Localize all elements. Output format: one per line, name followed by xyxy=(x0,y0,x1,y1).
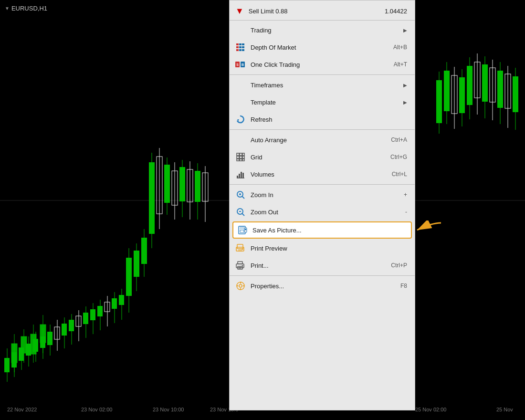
svg-text:23 Nov 02:00: 23 Nov 02:00 xyxy=(81,407,112,412)
svg-rect-33 xyxy=(83,313,88,324)
grid-icon xyxy=(235,152,246,162)
chart-title: ▼ EURUSD,H1 xyxy=(5,5,47,12)
svg-rect-29 xyxy=(69,320,74,331)
menu-item-print[interactable]: Print... Ctrl+P xyxy=(230,257,415,274)
svg-rect-37 xyxy=(97,306,103,316)
svg-rect-96 xyxy=(242,43,244,45)
svg-rect-114 xyxy=(237,159,239,161)
timeframes-submenu-arrow: ▶ xyxy=(403,83,407,88)
separator-2 xyxy=(230,129,415,130)
volumes-shortcut: Ctrl+L xyxy=(392,171,407,178)
print-preview-icon xyxy=(235,243,246,253)
menu-item-zoom-out[interactable]: Zoom Out - xyxy=(230,203,415,220)
zoom-in-icon xyxy=(235,189,246,200)
svg-rect-21 xyxy=(40,336,45,348)
svg-rect-63 xyxy=(195,171,200,202)
grid-label: Grid xyxy=(251,154,381,161)
menu-item-volumes[interactable]: Volumes Ctrl+L xyxy=(230,166,415,183)
svg-rect-59 xyxy=(179,167,185,201)
svg-rect-83 xyxy=(497,71,503,108)
menu-item-one-click-trading[interactable]: S B One Click Trading Alt+T xyxy=(230,56,415,73)
highlight-arrow xyxy=(412,220,443,240)
svg-rect-97 xyxy=(236,46,239,48)
save-as-picture-label: Save As Picture... xyxy=(252,227,406,234)
svg-rect-95 xyxy=(239,43,242,45)
svg-rect-119 xyxy=(241,172,242,178)
svg-rect-137 xyxy=(238,249,242,252)
save-as-picture-icon xyxy=(237,225,248,235)
svg-rect-45 xyxy=(126,258,132,296)
svg-rect-11 xyxy=(4,358,10,372)
svg-rect-120 xyxy=(242,173,244,178)
menu-item-print-preview[interactable]: Print Preview xyxy=(230,240,415,257)
print-shortcut: Ctrl+P xyxy=(391,262,407,269)
dom-shortcut: Alt+B xyxy=(393,44,407,51)
svg-point-142 xyxy=(242,265,243,266)
properties-label: Properties... xyxy=(251,283,391,290)
svg-rect-102 xyxy=(242,49,244,51)
template-submenu-arrow: ▶ xyxy=(403,100,407,105)
menu-item-properties[interactable]: Properties... F8 xyxy=(230,277,415,294)
svg-line-128 xyxy=(242,214,245,216)
menu-item-timeframes[interactable]: Timeframes ▶ xyxy=(230,76,415,94)
auto-arrange-label: Auto Arrange xyxy=(251,136,381,144)
refresh-label: Refresh xyxy=(251,116,407,123)
svg-rect-51 xyxy=(149,162,155,234)
svg-rect-131 xyxy=(240,230,244,232)
trading-label: Trading xyxy=(251,27,403,34)
volumes-icon xyxy=(235,169,246,179)
svg-rect-47 xyxy=(134,251,139,277)
svg-text:B: B xyxy=(242,63,244,66)
chart-dropdown-icon: ▼ xyxy=(5,6,10,11)
svg-rect-118 xyxy=(239,174,240,178)
sell-limit-price: 1.04422 xyxy=(385,8,407,15)
svg-rect-113 xyxy=(242,156,244,158)
svg-rect-35 xyxy=(90,309,95,320)
svg-rect-49 xyxy=(141,238,147,264)
auto-arrange-icon xyxy=(235,135,246,145)
zoom-out-icon xyxy=(235,207,246,217)
menu-item-template[interactable]: Template ▶ xyxy=(230,94,415,111)
menu-item-depth-of-market[interactable]: Depth Of Market Alt+B xyxy=(230,39,415,56)
svg-rect-73 xyxy=(459,77,465,113)
oct-shortcut: Alt+T xyxy=(394,61,407,68)
oct-icon: S B xyxy=(235,59,246,70)
menu-item-grid[interactable]: Grid Ctrl+G xyxy=(230,148,415,166)
sell-limit-item[interactable]: ▼ Sell Limit 0.88 1.04422 xyxy=(230,2,415,21)
chart-symbol-label: EURUSD,H1 xyxy=(11,5,47,12)
auto-arrange-shortcut: Ctrl+A xyxy=(391,136,407,143)
menu-item-save-as-picture[interactable]: Save As Picture... xyxy=(232,221,412,239)
menu-item-auto-arrange[interactable]: Auto Arrange Ctrl+A xyxy=(230,131,415,148)
svg-text:23 Nov 10:00: 23 Nov 10:00 xyxy=(153,407,184,412)
svg-rect-15 xyxy=(19,347,24,361)
dom-label: Depth Of Market xyxy=(251,44,384,51)
svg-rect-98 xyxy=(239,46,242,48)
svg-rect-111 xyxy=(237,156,239,158)
context-menu: ▼ Sell Limit 0.88 1.04422 Trading ▶ Dept… xyxy=(229,0,415,410)
separator-4 xyxy=(230,275,415,276)
svg-text:S: S xyxy=(236,63,239,66)
trading-submenu-arrow: ▶ xyxy=(403,28,407,33)
svg-rect-75 xyxy=(467,66,472,105)
svg-point-146 xyxy=(239,284,242,287)
svg-rect-100 xyxy=(236,49,239,51)
template-label: Template xyxy=(251,99,403,106)
svg-rect-110 xyxy=(242,153,244,156)
properties-icon xyxy=(235,281,246,291)
menu-item-trading[interactable]: Trading ▶ xyxy=(230,21,415,39)
sell-limit-label: Sell Limit 0.88 xyxy=(249,8,288,15)
svg-rect-112 xyxy=(240,156,242,158)
print-preview-label: Print Preview xyxy=(251,245,407,252)
zoom-out-label: Zoom Out xyxy=(251,209,396,216)
grid-shortcut: Ctrl+G xyxy=(390,154,407,160)
properties-shortcut: F8 xyxy=(400,283,407,289)
menu-item-zoom-in[interactable]: Zoom In + xyxy=(230,186,415,203)
svg-rect-115 xyxy=(240,159,242,161)
refresh-icon xyxy=(235,114,246,125)
svg-rect-133 xyxy=(245,229,246,230)
svg-rect-116 xyxy=(242,159,244,161)
dom-icon xyxy=(235,42,246,52)
menu-item-refresh[interactable]: Refresh xyxy=(230,111,415,128)
svg-rect-108 xyxy=(237,153,239,156)
zoom-in-shortcut: + xyxy=(404,191,407,198)
